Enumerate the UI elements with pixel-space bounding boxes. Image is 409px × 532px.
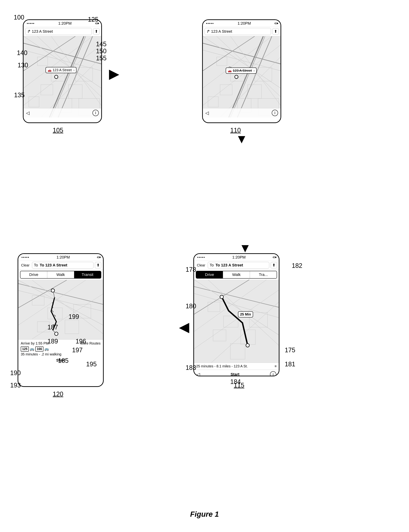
label-196: 196 xyxy=(75,338,86,345)
battery-110 xyxy=(275,23,277,24)
svg-rect-31 xyxy=(248,85,261,98)
figure-caption: Figure 1 xyxy=(0,510,409,518)
route-info-115: 25 minutes - 8.1 miles - 123 A St. ≡ xyxy=(194,363,279,370)
svg-rect-48 xyxy=(208,302,220,312)
svg-line-21 xyxy=(203,43,280,64)
info-icon-110[interactable]: i xyxy=(272,110,278,116)
fig-label-120: 120 xyxy=(53,390,63,398)
svg-point-55 xyxy=(246,344,249,347)
label-145: 145 xyxy=(96,40,107,48)
arrow-right-1: ▶ xyxy=(109,67,119,81)
phone-105: ••••• 1:20PM ↱ 123 A Street ⬆ xyxy=(23,19,102,123)
list-icon-115[interactable]: ≡ xyxy=(275,364,277,368)
time-105: 1:20PM xyxy=(58,21,72,26)
search-field-115[interactable]: To To 123 A Street xyxy=(208,262,269,268)
search-bar-110: ↱ 123 A Street ⬆ xyxy=(203,27,280,36)
svg-rect-65 xyxy=(65,320,79,334)
label-155: 155 xyxy=(96,55,107,62)
label-190: 190 xyxy=(10,369,21,377)
location-icon-110[interactable]: ◁ xyxy=(205,110,209,116)
svg-point-76 xyxy=(51,289,55,292)
label-199: 199 xyxy=(69,313,79,320)
svg-rect-51 xyxy=(213,330,226,341)
time-callout-115: 25 Min xyxy=(238,311,253,317)
callout-text-110: 123 A Street xyxy=(233,69,252,73)
nav-arrow-105: ↱ xyxy=(27,29,31,34)
destination-120: To 123 A Street xyxy=(40,263,67,267)
label-193: 193 xyxy=(10,382,21,389)
label-180: 180 xyxy=(186,303,196,310)
map-svg-115 xyxy=(194,280,279,363)
svg-line-56 xyxy=(18,291,103,311)
clear-btn-115[interactable]: Clear xyxy=(196,263,206,268)
status-bar-110: ••••• 1:20PM xyxy=(203,20,280,27)
location-pin-110 xyxy=(234,75,238,79)
transit-badges-120: 125 🚌 166 🚌 xyxy=(21,346,101,352)
info-icon-115[interactable]: i xyxy=(270,371,276,376)
segment-ctrl-120: Drive Walk Transit xyxy=(20,271,101,279)
segment-ctrl-115: Drive Walk Tra... xyxy=(196,271,277,279)
bus-icon2-120: 🚌 xyxy=(45,347,49,351)
search-address-110: 123 A Street xyxy=(211,29,232,34)
map-115: 25 Min xyxy=(194,280,279,363)
seg-drive-120[interactable]: Drive xyxy=(20,271,47,278)
location-icon-115[interactable]: ◁ xyxy=(196,372,200,377)
label-150: 150 xyxy=(96,48,107,55)
bus-icon1-120: 🚌 xyxy=(30,347,34,351)
badge2-120: 166 xyxy=(35,346,43,352)
start-btn-115[interactable]: Start xyxy=(200,371,270,376)
seg-walk-120[interactable]: Walk xyxy=(47,271,74,278)
location-icon-105[interactable]: ◁ xyxy=(26,110,29,116)
svg-rect-32 xyxy=(220,85,232,95)
label-185: 185 xyxy=(58,357,69,364)
share-btn-120[interactable]: ⬆ xyxy=(95,262,101,268)
search-field-120[interactable]: To To 123 A Street xyxy=(32,262,93,268)
map-svg-105 xyxy=(24,36,101,117)
search-bar-105: ↱ 123 A Street ⬆ xyxy=(24,27,101,36)
svg-line-73 xyxy=(54,315,56,317)
phone-110: ••••• 1:20PM ↱ 123 A Street ⬆ xyxy=(202,19,281,123)
svg-line-19 xyxy=(58,36,93,117)
fig-label-115: 115 xyxy=(234,382,244,389)
search-field-110[interactable]: ↱ 123 A Street xyxy=(204,28,271,35)
share-btn-115[interactable]: ⬆ xyxy=(271,262,277,268)
label-178: 178 xyxy=(186,266,196,273)
map-110: ☞ 🚗 123 A Street › ◁ i xyxy=(203,36,280,117)
svg-line-1 xyxy=(24,43,101,64)
location-pin-105 xyxy=(54,75,58,79)
nav-bar-120: Clear To To 123 A Street ⬆ xyxy=(18,261,103,270)
svg-rect-12 xyxy=(41,85,53,95)
callout-110[interactable]: 🚗 123 A Street › xyxy=(226,67,257,74)
battery-115 xyxy=(273,256,276,258)
label-135: 135 xyxy=(14,91,25,99)
search-field-105[interactable]: ↱ 123 A Street xyxy=(25,28,92,35)
share-btn-105[interactable]: ⬆ xyxy=(93,28,100,35)
map-bottom-110: ◁ i xyxy=(203,108,280,117)
signal-dots-110: ••••• xyxy=(206,21,214,26)
share-btn-110[interactable]: ⬆ xyxy=(272,28,279,35)
map-120 xyxy=(18,280,103,339)
callout-105[interactable]: 🚗 123 A Street › xyxy=(46,67,76,73)
seg-transit-115[interactable]: Tra... xyxy=(250,271,277,278)
signal-dots-115: ••••• xyxy=(197,255,205,259)
info-icon-105[interactable]: i xyxy=(93,110,99,116)
nav-arrow-110: ↱ xyxy=(206,29,210,34)
label-181: 181 xyxy=(285,361,295,368)
badge1-120: 125 xyxy=(21,346,29,352)
battery-120 xyxy=(97,256,100,258)
svg-rect-36 xyxy=(208,97,218,107)
svg-rect-52 xyxy=(230,344,245,359)
label-187: 187 xyxy=(47,323,58,331)
svg-point-54 xyxy=(220,295,223,299)
search-address-105: 123 A Street xyxy=(32,29,53,34)
seg-drive-115[interactable]: Drive xyxy=(196,271,223,278)
svg-rect-16 xyxy=(29,97,39,107)
fig-label-105: 105 xyxy=(53,127,63,134)
label-100: 100 xyxy=(14,14,24,21)
label-140: 140 xyxy=(17,49,28,57)
seg-transit-120[interactable]: Transit xyxy=(74,271,101,278)
clear-btn-120[interactable]: Clear xyxy=(20,263,31,268)
svg-line-62 xyxy=(32,294,103,339)
seg-walk-115[interactable]: Walk xyxy=(223,271,250,278)
svg-line-8 xyxy=(24,45,101,105)
